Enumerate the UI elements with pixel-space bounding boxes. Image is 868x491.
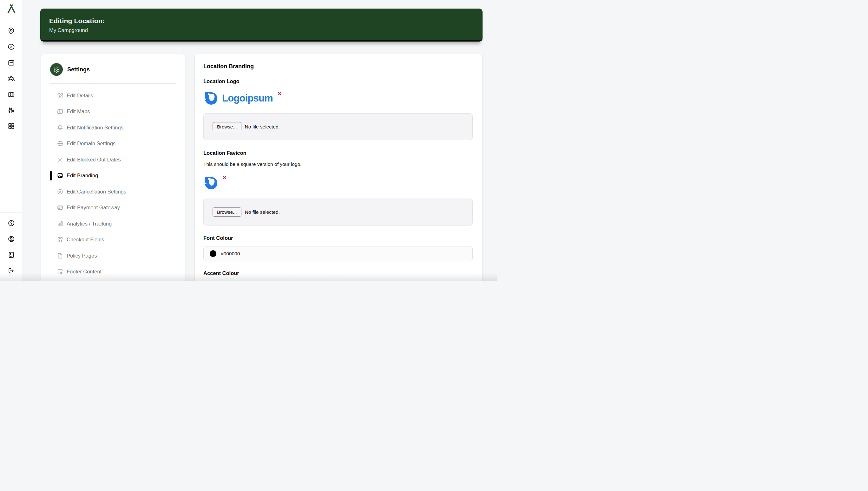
map-pin-icon (8, 27, 15, 35)
settings-panel: Settings Edit DetailsEdit MapsEdit Notif… (41, 54, 185, 281)
credit-card-icon (57, 204, 63, 211)
map-icon (57, 108, 63, 115)
favicon-no-file-text: No file selected. (245, 209, 280, 215)
grid-plus-icon (57, 236, 63, 243)
map-icon (8, 91, 15, 98)
settings-item-edit-cancellation-settings[interactable]: Edit Cancellation Settings (50, 184, 176, 200)
font-colour-value: #000000 (221, 251, 240, 257)
settings-item-policy-pages[interactable]: Policy Pages (50, 248, 176, 264)
sidebar-calendar-button[interactable] (7, 59, 16, 66)
editing-location-banner: Editing Location: My Campground (40, 8, 483, 41)
tent-logo-icon (6, 3, 17, 16)
settings-item-edit-maps[interactable]: Edit Maps (50, 104, 176, 120)
settings-list: Edit DetailsEdit MapsEdit Notification S… (50, 88, 176, 280)
page-title: Location Branding (203, 63, 473, 70)
accent-colour-label: Accent Colour (203, 270, 473, 276)
globe-icon (57, 140, 63, 147)
font-colour-swatch (210, 250, 216, 257)
logo-browse-button[interactable]: Browse... (212, 122, 241, 131)
x-icon (57, 156, 63, 163)
sidebar-map-button[interactable] (7, 91, 16, 98)
branding-panel: Location Branding Location Logo Logoipsu… (195, 54, 483, 281)
banner-title: Editing Location: (49, 17, 483, 25)
sidebar-nav-top (0, 27, 23, 130)
settings-item-edit-blocked-out-dates[interactable]: Edit Blocked Out Dates (50, 152, 176, 168)
layout-footer-icon (57, 268, 63, 275)
favicon-browse-button[interactable]: Browse... (212, 207, 241, 216)
logo-file-input[interactable]: Browse... No file selected. (203, 113, 473, 140)
help-circle-icon (8, 220, 15, 227)
grid-icon (8, 122, 15, 130)
sidebar-log-out-button[interactable] (7, 267, 16, 275)
settings-item-edit-domain-settings[interactable]: Edit Domain Settings (50, 136, 176, 152)
sidebar-clock-check-button[interactable] (7, 43, 16, 51)
file-text-icon (57, 253, 63, 259)
image-icon (57, 172, 63, 179)
settings-header: Settings (50, 63, 176, 76)
clock-check-icon (8, 43, 15, 51)
sidebar-help-circle-button[interactable] (7, 220, 16, 227)
square-pen-icon (57, 92, 63, 99)
sliders-icon (8, 107, 15, 114)
sidebar-building-button[interactable] (7, 251, 16, 259)
sidebar-sliders-button[interactable] (7, 107, 16, 114)
banner-subtitle: My Campground (49, 27, 483, 33)
favicon-logo-icon (203, 175, 218, 190)
settings-item-analytics-tracking[interactable]: Analytics / Tracking (50, 216, 176, 232)
settings-item-edit-details[interactable]: Edit Details (50, 88, 176, 104)
users-icon (8, 75, 15, 82)
settings-item-edit-branding[interactable]: Edit Branding (50, 168, 176, 184)
font-colour-label: Font Colour (203, 235, 473, 241)
logo-no-file-text: No file selected. (245, 124, 280, 130)
location-favicon-label: Location Favicon (203, 150, 473, 156)
user-circle-icon (8, 235, 15, 243)
sidebar-divider (0, 212, 23, 213)
bar-chart-icon (57, 221, 63, 227)
location-logo-label: Location Logo (203, 78, 473, 84)
logoipsum-logo-icon (203, 91, 218, 106)
calendar-icon (8, 59, 15, 66)
logo-preview-row: Logoipsum ✕ (203, 91, 473, 106)
settings-header-divider (50, 83, 176, 84)
building-icon (8, 251, 15, 259)
gear-icon (50, 63, 63, 76)
sidebar-users-button[interactable] (7, 75, 16, 82)
log-out-icon (8, 267, 15, 275)
sidebar-grid-button[interactable] (7, 122, 16, 130)
favicon-description: This should be a square version of your … (203, 162, 473, 167)
app-logo[interactable] (0, 0, 23, 19)
font-colour-input[interactable]: #000000 (203, 246, 473, 261)
settings-item-footer-content[interactable]: Footer Content (50, 264, 176, 280)
remove-logo-button[interactable]: ✕ (278, 91, 282, 96)
remove-favicon-button[interactable]: ✕ (222, 175, 227, 180)
sidebar-nav-bottom (0, 220, 23, 275)
sidebar (0, 0, 23, 281)
favicon-file-input[interactable]: Browse... No file selected. (203, 199, 473, 226)
circle-x-icon (57, 189, 63, 195)
settings-item-edit-notification-settings[interactable]: Edit Notification Settings (50, 120, 176, 136)
bell-icon (57, 124, 63, 131)
sidebar-user-circle-button[interactable] (7, 235, 16, 243)
logoipsum-wordmark: Logoipsum (222, 91, 273, 106)
sidebar-map-pin-button[interactable] (7, 27, 16, 35)
settings-panel-title: Settings (67, 66, 90, 73)
favicon-preview-row: ✕ (203, 175, 473, 190)
settings-item-edit-payment-gateway[interactable]: Edit Payment Gateway (50, 200, 176, 216)
settings-item-checkout-fields[interactable]: Checkout Fields (50, 232, 176, 248)
